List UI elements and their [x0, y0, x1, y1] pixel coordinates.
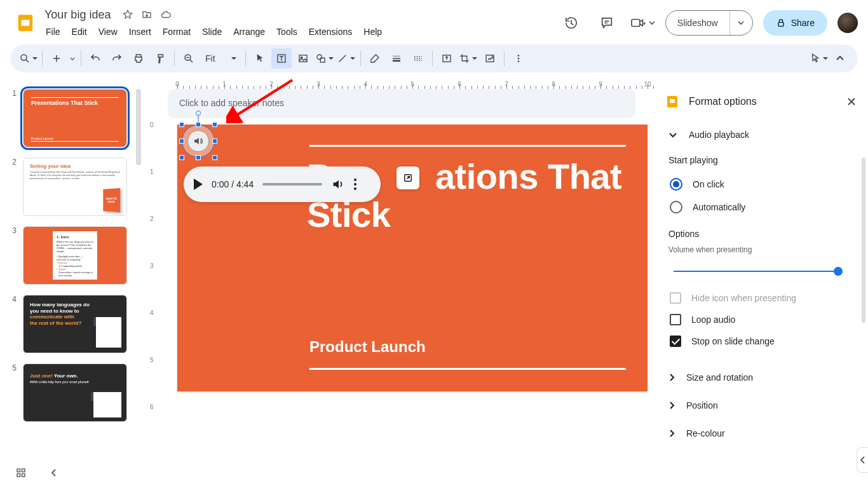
resize-handle[interactable]	[212, 122, 217, 127]
slides-logo[interactable]	[10, 13, 41, 33]
checkbox-loop-audio[interactable]: Loop audio	[668, 309, 857, 330]
filmstrip-scrollbar[interactable]	[136, 89, 141, 165]
menu-format[interactable]: Format	[158, 24, 196, 39]
line-button[interactable]	[336, 48, 356, 69]
section-recolour[interactable]: Re-colour	[662, 419, 863, 447]
new-slide-button[interactable]	[46, 48, 67, 69]
menu-arrange[interactable]: Arrange	[228, 24, 270, 39]
checkbox-hide-icon: Hide icon when presenting	[668, 287, 857, 309]
sidepanel-scrollbar[interactable]	[862, 158, 865, 323]
search-menu-button[interactable]	[18, 48, 38, 69]
shape-button[interactable]	[315, 48, 335, 69]
undo-button[interactable]	[85, 48, 105, 69]
move-icon[interactable]	[141, 9, 153, 20]
svg-rect-23	[670, 99, 675, 103]
share-button[interactable]: Share	[763, 10, 827, 36]
menubar: File Edit View Insert Format Slide Arran…	[41, 24, 559, 39]
select-tool-button[interactable]	[250, 48, 270, 69]
crop-button[interactable]	[458, 48, 478, 69]
zoom-out-button[interactable]	[179, 48, 199, 69]
border-dash-button[interactable]	[408, 48, 428, 69]
slideshow-dropdown[interactable]	[729, 11, 752, 35]
volume-icon[interactable]	[331, 177, 345, 191]
resize-handle[interactable]	[212, 139, 217, 144]
slide-thumb-5[interactable]: Just one! Your own. #With a little help …	[23, 363, 127, 422]
border-color-button[interactable]	[365, 48, 385, 69]
slide-thumb-4[interactable]: How many languages do you need to know t…	[23, 295, 127, 353]
slideshow-button[interactable]: Slideshow	[666, 11, 729, 35]
section-size-rotation[interactable]: Size and rotation	[662, 363, 863, 391]
star-icon[interactable]	[122, 9, 133, 20]
ruler-horizontal: 012345678910	[160, 76, 654, 89]
grid-view-icon[interactable]	[15, 467, 27, 478]
resize-handle[interactable]	[179, 139, 184, 144]
menu-extensions[interactable]: Extensions	[304, 24, 357, 39]
pointer-mode-button[interactable]	[808, 48, 829, 69]
audio-seek-bar[interactable]	[262, 183, 322, 186]
new-slide-dropdown[interactable]	[68, 48, 77, 69]
section-audio-playback[interactable]: Audio playback	[662, 121, 863, 149]
menu-slide[interactable]: Slide	[197, 24, 227, 39]
canvas-area[interactable]: 012345678910 0123456 Presentations ThatS…	[142, 76, 654, 488]
menu-edit[interactable]: Edit	[67, 24, 92, 39]
resize-handle[interactable]	[212, 155, 217, 160]
menu-help[interactable]: Help	[358, 24, 387, 39]
history-icon[interactable]	[559, 10, 584, 36]
resize-handle[interactable]	[196, 155, 201, 160]
replace-image-button[interactable]	[437, 48, 457, 69]
insert-image-button[interactable]	[293, 48, 313, 69]
slide-thumb-1[interactable]: Presentations That Stick Product Launch	[23, 89, 127, 147]
account-avatar[interactable]	[837, 13, 858, 33]
ruler-vertical: 0123456	[142, 89, 160, 488]
popout-button[interactable]	[397, 166, 419, 189]
collapse-sidepanel-button[interactable]	[857, 447, 868, 473]
audio-time: 0:00 / 4:44	[212, 179, 254, 189]
section-position[interactable]: Position	[662, 391, 863, 419]
close-panel-button[interactable]	[846, 97, 857, 107]
lock-icon	[776, 18, 786, 28]
slide-subtitle[interactable]: Product Launch	[309, 338, 426, 356]
audio-object[interactable]	[182, 125, 215, 158]
reset-image-button[interactable]	[480, 48, 500, 69]
checkbox-stop-on-change[interactable]: Stop on slide change	[668, 330, 857, 352]
thumb-number: 5	[9, 363, 17, 422]
cloud-icon[interactable]	[160, 9, 172, 20]
volume-slider[interactable]	[674, 266, 839, 277]
menu-tools[interactable]: Tools	[271, 24, 302, 39]
resize-handle[interactable]	[179, 122, 184, 127]
speaker-notes[interactable]: Click to add speaker notes	[168, 89, 635, 118]
radio-on-click[interactable]: On click	[668, 173, 857, 196]
resize-handle[interactable]	[196, 122, 201, 127]
options-label: Options	[668, 219, 857, 241]
slide-thumb-3[interactable]: 1. IntroWhat's the one thing you want to…	[23, 226, 127, 285]
chevron-left-icon[interactable]	[50, 468, 58, 477]
print-button[interactable]	[128, 48, 149, 69]
redo-button[interactable]	[107, 48, 127, 69]
svg-point-14	[517, 58, 519, 60]
svg-rect-18	[17, 474, 20, 477]
svg-point-4	[21, 55, 27, 60]
chevron-right-icon	[668, 373, 675, 382]
more-button[interactable]	[508, 48, 529, 69]
slide-thumb-2[interactable]: Selling your idea Created in partnership…	[23, 158, 127, 216]
radio-icon	[670, 201, 682, 214]
doc-title[interactable]: Your big idea	[41, 7, 114, 23]
text-box-button[interactable]	[271, 48, 292, 69]
slide-canvas[interactable]: Presentations ThatStick Product Launch	[177, 125, 648, 391]
play-button[interactable]	[194, 179, 203, 190]
paint-format-button[interactable]	[150, 48, 170, 69]
audio-more-button[interactable]	[354, 179, 356, 190]
menu-view[interactable]: View	[93, 24, 123, 39]
rotate-handle[interactable]	[196, 111, 201, 116]
border-weight-button[interactable]	[386, 48, 407, 69]
resize-handle[interactable]	[179, 155, 184, 160]
radio-automatically[interactable]: Automatically	[668, 196, 857, 219]
menu-insert[interactable]: Insert	[124, 24, 156, 39]
comments-icon[interactable]	[594, 10, 620, 36]
menu-file[interactable]: File	[41, 24, 65, 39]
hide-menus-button[interactable]	[830, 48, 850, 69]
meet-icon[interactable]	[630, 10, 655, 36]
audio-player: 0:00 / 4:44	[184, 166, 381, 202]
zoom-level-dropdown[interactable]: Fit	[200, 48, 241, 69]
svg-rect-1	[22, 20, 30, 26]
